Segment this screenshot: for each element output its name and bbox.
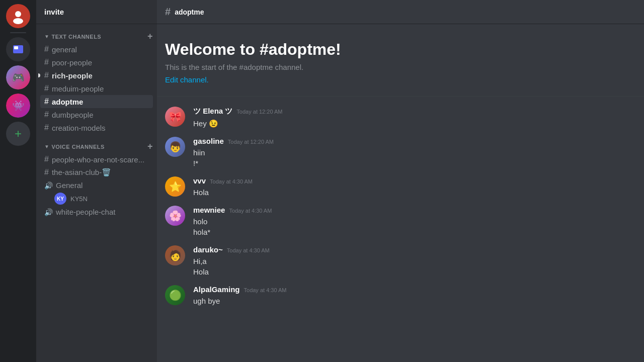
add-text-channel-button[interactable]: + — [147, 31, 153, 42]
svg-point-0 — [15, 11, 21, 17]
hash-icon: # — [44, 84, 49, 93]
divider — [10, 32, 26, 33]
username-daruko: daruko~ — [193, 245, 223, 254]
avatar-elena: 🎀 — [165, 107, 185, 127]
channel-name: rich-people — [52, 71, 93, 80]
message-group-gasoline: 👦 gasoline Today at 12:20 AM hiin !* — [157, 135, 644, 170]
speaker-icon: 🔊 — [44, 208, 53, 216]
chevron-icon: ▼ — [44, 144, 49, 149]
avatar-daruko: 🧑 — [165, 245, 185, 265]
channel-adoptme[interactable]: # adoptme — [40, 95, 153, 108]
channel-meduim-people[interactable]: # meduim-people — [40, 82, 153, 95]
channel-dumbpeople[interactable]: # dumbpeople — [40, 108, 153, 121]
username-elena: ツ Elena ツ — [193, 107, 232, 116]
speaker-icon: 🔊 — [44, 182, 53, 190]
channel-rich-people[interactable]: # rich-people — [40, 69, 153, 82]
message-body-gasoline: gasoline Today at 12:20 AM hiin !* — [193, 137, 636, 168]
chat-main: # adoptme Welcome to #adoptme! This is t… — [157, 0, 644, 362]
message-body-vvv: vvv Today at 4:30 AM Hola — [193, 176, 636, 198]
voice-channels-header[interactable]: ▼ VOICE CHANNELS + — [36, 138, 157, 153]
timestamp-mewniee: Today at 4:30 AM — [229, 208, 272, 214]
message-text-vvv: Hola — [193, 187, 636, 198]
channel-name: general — [52, 45, 77, 54]
svg-point-1 — [13, 18, 23, 24]
chat-content: Welcome to #adoptme! This is the start o… — [157, 24, 644, 362]
chat-header: # adoptme — [157, 0, 644, 24]
channel-name: General — [56, 181, 83, 190]
message-text-elena: Hey 😉 — [193, 118, 636, 129]
username-alpal: AlpalGaming — [193, 285, 240, 294]
channel-white-people-chat[interactable]: 🔊 white-people-chat — [40, 206, 153, 218]
username-vvv: vvv — [193, 176, 206, 185]
message-text-gasoline-1: hiin — [193, 147, 636, 158]
message-body-alpal: AlpalGaming Today at 4:30 AM ugh bye — [193, 285, 636, 306]
channel-name: dumbpeople — [52, 111, 94, 119]
channel-poor-people[interactable]: # poor-people — [40, 56, 153, 69]
chevron-icon: ▼ — [44, 34, 49, 39]
message-text-daruko-1: Hi,a — [193, 256, 636, 266]
hash-icon: # — [44, 97, 49, 106]
message-group-vvv: ⭐ vvv Today at 4:30 AM Hola — [157, 174, 644, 200]
chat-channel-name: adoptme — [175, 8, 204, 16]
avatar-gasoline: 👦 — [165, 137, 185, 157]
message-group-daruko: 🧑 daruko~ Today at 4:30 AM Hi,a Hola — [157, 243, 644, 279]
add-server-button[interactable]: + — [6, 122, 30, 146]
hash-icon: # — [44, 45, 49, 54]
server-icon-4[interactable]: 👾 — [6, 94, 30, 118]
channel-name: adoptme — [52, 98, 84, 106]
text-channels-header[interactable]: ▼ TEXT CHANNELS + — [36, 28, 157, 43]
message-body-mewniee: mewniee Today at 4:30 AM holo hola* — [193, 206, 636, 237]
server-name-bar[interactable]: invite — [36, 0, 157, 24]
hash-icon: # — [44, 58, 49, 67]
timestamp-vvv: Today at 4:30 AM — [210, 178, 253, 185]
channel-name: poor-people — [52, 58, 92, 67]
avatar-mewniee: 🌸 — [165, 206, 185, 226]
timestamp-elena: Today at 12:20 AM — [236, 109, 282, 115]
message-text-mewniee-2: hola* — [193, 227, 636, 237]
channel-name: meduim-people — [52, 84, 104, 93]
channel-sidebar: invite ▼ TEXT CHANNELS + # general # poo… — [36, 0, 157, 362]
add-voice-channel-button[interactable]: + — [147, 141, 153, 152]
text-channels-section: ▼ TEXT CHANNELS + # general # poor-peopl… — [36, 28, 157, 134]
channel-welcome-title: Welcome to #adoptme! — [165, 40, 636, 59]
channel-name: people-who-are-not-scare... — [52, 155, 144, 164]
voice-user-ky5n[interactable]: KY KY5N — [40, 192, 153, 206]
server-icon-3[interactable]: 🎮 — [6, 65, 30, 89]
channel-list: ▼ TEXT CHANNELS + # general # poor-peopl… — [36, 24, 157, 362]
username-gasoline: gasoline — [193, 137, 224, 145]
message-group-mewniee: 🌸 mewniee Today at 4:30 AM holo hola* — [157, 204, 644, 239]
text-channels-label: TEXT CHANNELS — [51, 34, 101, 40]
hash-icon: # — [44, 71, 49, 80]
channel-people-not-scare[interactable]: # people-who-are-not-scare... — [40, 153, 153, 166]
server-icon-list: 🎮 👾 + — [0, 0, 36, 362]
channel-general-voice[interactable]: 🔊 General — [40, 179, 153, 192]
server-icon-2[interactable] — [6, 37, 30, 61]
message-text-daruko-2: Hola — [193, 266, 636, 277]
voice-channels-section: ▼ VOICE CHANNELS + # people-who-are-not-… — [36, 138, 157, 218]
timestamp-gasoline: Today at 12:20 AM — [228, 139, 274, 145]
voice-username: KY5N — [70, 195, 88, 203]
edit-channel-link[interactable]: Edit channel. — [165, 75, 209, 84]
channel-welcome: Welcome to #adoptme! This is the start o… — [157, 32, 644, 97]
channel-name: white-people-chat — [56, 208, 115, 216]
server-name: invite — [44, 8, 64, 16]
hash-icon: # — [44, 155, 49, 164]
channel-creation-models[interactable]: # creation-models — [40, 121, 153, 134]
timestamp-daruko: Today at 4:30 AM — [227, 247, 270, 253]
voice-user-avatar: KY — [54, 193, 66, 205]
channel-welcome-desc: This is the start of the #adoptme channe… — [165, 63, 636, 71]
message-body-daruko: daruko~ Today at 4:30 AM Hi,a Hola — [193, 245, 636, 277]
chat-channel-hash: # — [165, 6, 171, 18]
message-text-alpal: ugh bye — [193, 296, 636, 306]
avatar-alpal: 🟢 — [165, 285, 185, 305]
channel-asian-club[interactable]: # the-asian-club-🗑️ — [40, 166, 153, 179]
hash-icon: # — [44, 123, 49, 132]
timestamp-alpal: Today at 4:30 AM — [244, 287, 287, 293]
server-icon-1[interactable] — [6, 4, 30, 28]
hash-icon: # — [44, 110, 49, 119]
username-mewniee: mewniee — [193, 206, 225, 214]
channel-name: the-asian-club-🗑️ — [52, 168, 111, 177]
message-text-mewniee-1: holo — [193, 216, 636, 227]
unread-indicator — [38, 73, 40, 77]
channel-general[interactable]: # general — [40, 43, 153, 56]
